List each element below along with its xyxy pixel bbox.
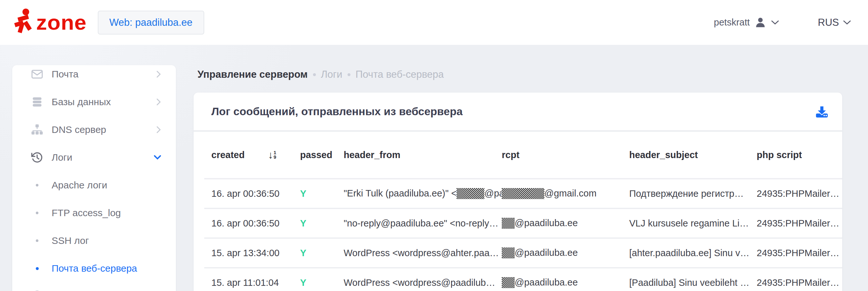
sidebar-item-label: Почта веб-сервера <box>52 263 137 274</box>
cell-created: 15. apr 11:01:04 <box>211 278 300 288</box>
redacted-block <box>457 188 484 199</box>
chevron-right-icon <box>156 126 162 134</box>
download-icon <box>814 104 829 119</box>
cell-rcpt: @paadiluba.ee <box>502 277 629 288</box>
column-header-label: created <box>211 150 245 160</box>
breadcrumb: Управление сервером Логи Почта веб-серве… <box>197 69 444 80</box>
bullet-icon <box>31 239 43 242</box>
cell-header-from: "Erki Tulk (paadiluba.ee)" <@pa… <box>344 188 502 199</box>
mail-icon <box>31 68 43 80</box>
sidebar-item-label: Почта <box>52 69 79 80</box>
current-site-button[interactable]: Web: paadiluba.ee <box>98 11 204 34</box>
chevron-right-icon <box>156 98 162 106</box>
column-header-php-script[interactable]: php script <box>757 150 842 160</box>
history-icon <box>31 151 43 164</box>
chevron-down-icon <box>153 155 162 160</box>
column-header-header-subject[interactable]: header_subject <box>629 150 757 160</box>
sidebar: Почта Базы данных <box>12 65 176 291</box>
cell-created: 16. apr 00:36:50 <box>211 188 300 199</box>
table-row[interactable]: 15. apr 13:34:00 Y WordPress <wordpress@… <box>194 239 842 267</box>
user-menu[interactable]: petskratt <box>714 17 779 28</box>
cell-created: 15. apr 13:34:00 <box>211 248 300 258</box>
sidebar-item-label: Apache логи <box>52 180 107 191</box>
cell-passed: Y <box>300 218 344 229</box>
user-chevron-down-icon <box>771 20 779 25</box>
top-bar: zone Web: paadiluba.ee petskratt RUS <box>0 0 868 45</box>
sidebar-item-logs[interactable]: Логи <box>12 143 176 171</box>
cell-header-subject: Подтверждение регистр… <box>629 188 757 199</box>
card-title: Лог сообщений, отправленных из вебсервер… <box>211 105 463 118</box>
content-area: Почта Базы данных <box>0 45 868 291</box>
cell-passed: Y <box>300 278 344 288</box>
cell-rcpt: @paadiluba.ee <box>502 248 629 258</box>
breadcrumb-item-webserver-mail[interactable]: Почта веб-сервера <box>355 69 444 80</box>
card-header: Лог сообщений, отправленных из вебсервер… <box>194 93 842 130</box>
user-icon <box>754 17 766 28</box>
table-row[interactable]: 15. apr 11:01:04 Y WordPress <wordpress@… <box>194 268 842 291</box>
sitemap-icon <box>31 124 43 136</box>
logo-wordmark: zone <box>36 12 87 33</box>
language-label: RUS <box>818 17 839 28</box>
sidebar-item-dns[interactable]: DNS сервер <box>12 116 176 143</box>
cell-created: 16. apr 00:36:50 <box>211 218 300 229</box>
column-header-created[interactable]: created ↓ 1 9 <box>211 150 300 160</box>
column-header-passed[interactable]: passed <box>300 150 344 160</box>
sidebar-item-mail[interactable]: Почта <box>12 65 176 88</box>
sidebar-item-label: DNS сервер <box>52 124 106 135</box>
database-icon <box>31 96 43 108</box>
chevron-right-icon <box>156 70 162 78</box>
sidebar-item-label: FTP access_log <box>52 207 121 218</box>
language-selector[interactable]: RUS <box>818 17 851 28</box>
column-header-rcpt[interactable]: rcpt <box>502 150 629 160</box>
breadcrumb-item-server-management[interactable]: Управление сервером <box>197 69 308 80</box>
current-site-label: Web: paadiluba.ee <box>110 17 193 28</box>
zone-logo[interactable]: zone <box>13 8 87 37</box>
bullet-icon <box>31 212 43 214</box>
table-row[interactable]: 16. apr 00:36:50 Y "Erki Tulk (paadiluba… <box>194 180 842 208</box>
sidebar-subitem-ssh-log[interactable]: SSH лог <box>12 227 176 255</box>
cell-header-from: WordPress <wordpress@paadilub… <box>344 278 502 288</box>
language-chevron-down-icon <box>843 20 851 25</box>
cell-php-script: 24935:PHPMailer… <box>757 188 842 199</box>
column-header-header-from[interactable]: header_from <box>344 150 502 160</box>
breadcrumb-separator-dot <box>313 73 316 76</box>
cell-header-subject: [Paadiluba] Sinu veebileht … <box>629 278 757 288</box>
breadcrumb-separator-dot <box>347 73 350 76</box>
breadcrumb-item-logs[interactable]: Логи <box>321 69 342 80</box>
cell-rcpt: @gmail.com <box>502 188 629 199</box>
bullet-icon <box>31 184 43 187</box>
username-label: petskratt <box>714 17 750 28</box>
cell-passed: Y <box>300 248 344 258</box>
redacted-block <box>502 188 545 199</box>
redacted-block <box>502 218 515 229</box>
sidebar-item-auto-alert[interactable]: Автопредупреждение <box>12 282 176 291</box>
cell-rcpt: @paadiluba.ee <box>502 218 629 229</box>
sidebar-subitem-webserver-mail[interactable]: Почта веб-сервера <box>12 255 176 282</box>
table-row[interactable]: 16. apr 00:36:50 Y "no-reply@paadiluba.e… <box>194 209 842 237</box>
sidebar-item-label: Логи <box>52 152 72 163</box>
cell-header-from: WordPress <wordpress@ahter.paa… <box>344 248 502 258</box>
sidebar-item-label: SSH лог <box>52 235 89 246</box>
cell-header-from: "no-reply@paadiluba.ee" <no-reply… <box>344 218 502 229</box>
log-card: Лог сообщений, отправленных из вебсервер… <box>194 93 842 291</box>
sidebar-subitem-ftp-access-log[interactable]: FTP access_log <box>12 199 176 227</box>
sidebar-item-label: Базы данных <box>52 96 111 107</box>
sidebar-menu: Почта Базы данных <box>12 65 176 291</box>
cell-header-subject: [ahter.paadiluba.ee] Sinu v… <box>629 248 757 258</box>
runner-icon <box>13 8 34 37</box>
cell-passed: Y <box>300 188 344 199</box>
sort-numeric-desc-icon[interactable]: ↓ 1 9 <box>268 150 276 160</box>
redacted-block <box>502 277 515 288</box>
cell-header-subject: VLJ kursusele regamine Li… <box>629 218 757 229</box>
download-button[interactable] <box>812 102 831 121</box>
cell-php-script: 24935:PHPMailer… <box>757 218 842 229</box>
cell-php-script: 24935:PHPMailer… <box>757 278 842 288</box>
sidebar-item-databases[interactable]: Базы данных <box>12 88 176 116</box>
bullet-icon <box>31 267 43 270</box>
cell-php-script: 24935:PHPMailer… <box>757 248 842 258</box>
redacted-block <box>502 248 515 258</box>
table-header-row: created ↓ 1 9 passed header_from rcpt he… <box>194 132 842 178</box>
sidebar-subitem-apache-logs[interactable]: Apache логи <box>12 171 176 199</box>
